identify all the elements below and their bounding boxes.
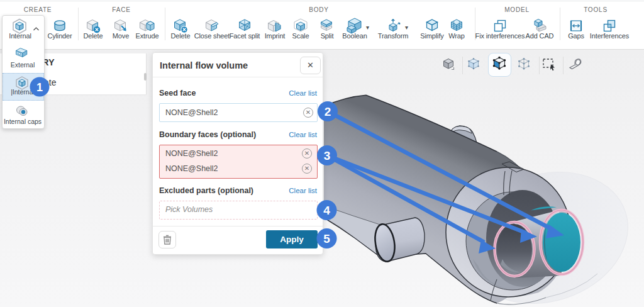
svg-text:1: 1 [36,81,43,94]
svg-text:3: 3 [324,149,331,162]
svg-text:2: 2 [325,105,331,118]
svg-text:4: 4 [323,204,330,217]
svg-text:5: 5 [323,232,330,245]
